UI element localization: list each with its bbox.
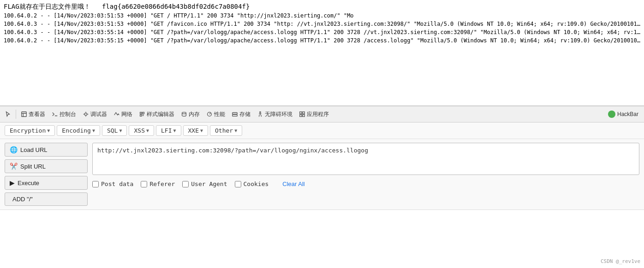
devtools-toolbar: 查看器 控制台 调试器 网络 样式编辑器 内存 性能 存储 无障碍环境 应用程序… (0, 106, 644, 122)
cookies-checkbox[interactable] (235, 181, 241, 187)
svg-point-6 (260, 111, 261, 113)
execute-icon: ▶ (10, 179, 15, 186)
lfi-arrow: ▼ (173, 128, 176, 133)
load-url-label: Load URL (20, 146, 48, 153)
menu-xss[interactable]: XSS ▼ (129, 125, 154, 136)
xss-label: XSS (134, 127, 144, 134)
xxe-arrow: ▼ (200, 128, 203, 133)
debugger-label: 调试器 (90, 111, 107, 118)
user-agent-label: User Agent (191, 181, 227, 187)
devtools-apps-btn[interactable]: 应用程序 (296, 109, 332, 120)
devtools-debugger-btn[interactable]: 调试器 (80, 109, 110, 120)
csdn-watermark: CSDN @_rev1ve (601, 258, 640, 264)
performance-label: 性能 (214, 111, 225, 118)
encoding-arrow: ▼ (92, 128, 95, 133)
load-url-button[interactable]: 🌐 Load URL (5, 143, 88, 157)
referer-option[interactable]: Referer (141, 181, 175, 187)
referer-checkbox[interactable] (141, 181, 147, 187)
memory-label: 内存 (189, 111, 200, 118)
cookies-option[interactable]: Cookies (235, 181, 269, 187)
watermark-text: CSDN @_rev1ve (601, 258, 640, 264)
cookies-label: Cookies (244, 181, 269, 187)
flag-value: flag{a6620e0866d64b43b8df02d6c7a0804f} (102, 3, 250, 10)
split-url-label: Split URL (20, 163, 46, 170)
other-arrow: ▼ (234, 128, 237, 133)
other-label: Other (215, 127, 233, 134)
log-entries: 100.64.0.2 - - [14/Nov/2023:03:51:53 +00… (4, 12, 640, 45)
hackbar-menu: Encryption ▼ Encoding ▼ SQL ▼ XSS ▼ LFI … (0, 122, 644, 139)
menu-encoding[interactable]: Encoding ▼ (57, 125, 100, 136)
url-input[interactable] (92, 143, 639, 175)
add-slash-button[interactable]: ADD "/" (5, 192, 88, 206)
log-entry: 100.64.0.3 - - [14/Nov/2023:03:51:53 +00… (4, 20, 640, 28)
devtools-accessibility-btn[interactable]: 无障碍环境 (254, 109, 295, 120)
sql-arrow: ▼ (119, 128, 122, 133)
user-agent-option[interactable]: User Agent (182, 181, 227, 187)
post-data-label: Post data (101, 181, 133, 187)
console-label: 控制台 (60, 111, 76, 118)
svg-rect-0 (22, 112, 27, 117)
hackbar-action-buttons: 🌐 Load URL ✂️ Split URL ▶ Execute ADD "/… (5, 143, 88, 206)
svg-rect-9 (300, 115, 302, 117)
hackbar-icon (608, 111, 615, 118)
svg-rect-8 (303, 112, 304, 114)
add-slash-label: ADD "/" (12, 196, 33, 203)
toolbar-separator-1 (16, 110, 16, 119)
menu-sql[interactable]: SQL ▼ (102, 125, 127, 136)
referer-label: Referer (149, 181, 175, 187)
encryption-label: Encryption (10, 127, 46, 134)
log-entry: 100.64.0.2 - - [14/Nov/2023:03:55:15 +00… (4, 36, 640, 45)
inspector-label: 查看器 (29, 111, 45, 118)
log-flag-line: FLAG就存在于日志文件里哦！ flag{a6620e0866d64b43b8d… (4, 2, 640, 12)
accessibility-label: 无障碍环境 (265, 111, 292, 118)
apps-label: 应用程序 (307, 111, 329, 118)
post-data-checkbox[interactable] (92, 181, 99, 187)
menu-lfi[interactable]: LFI ▼ (156, 125, 181, 136)
storage-label: 存储 (239, 111, 250, 118)
execute-label: Execute (18, 180, 39, 186)
devtools-style-editor-btn[interactable]: 样式编辑器 (136, 109, 177, 120)
hackbar-tab-btn[interactable]: HackBar (604, 109, 642, 119)
xxe-label: XXE (188, 127, 199, 134)
menu-xxe[interactable]: XXE ▼ (183, 125, 209, 136)
svg-point-1 (84, 113, 87, 115)
url-options: Post data Referer User Agent Cookies Cle… (92, 178, 639, 190)
encryption-arrow: ▼ (47, 128, 50, 133)
flag-text: FLAG就存在于日志文件里哦！ (4, 3, 90, 10)
hackbar-url-area: Post data Referer User Agent Cookies Cle… (92, 143, 639, 190)
user-agent-checkbox[interactable] (182, 181, 189, 187)
style-editor-label: 样式编辑器 (147, 111, 174, 118)
hackbar-label: HackBar (617, 111, 638, 117)
devtools-memory-btn[interactable]: 内存 (178, 109, 203, 120)
devtools-cursor-btn[interactable] (2, 110, 14, 119)
post-data-option[interactable]: Post data (92, 181, 133, 187)
hackbar-panel: Encryption ▼ Encoding ▼ SQL ▼ XSS ▼ LFI … (0, 122, 644, 210)
split-url-button[interactable]: ✂️ Split URL (5, 159, 88, 173)
encoding-label: Encoding (62, 127, 91, 134)
svg-rect-4 (233, 113, 238, 115)
svg-point-2 (182, 112, 186, 114)
svg-rect-5 (233, 115, 238, 117)
sql-label: SQL (107, 127, 118, 134)
split-url-icon: ✂️ (10, 163, 18, 170)
devtools-performance-btn[interactable]: 性能 (203, 109, 228, 120)
log-entry: 100.64.0.3 - - [14/Nov/2023:03:55:14 +00… (4, 28, 640, 36)
execute-button[interactable]: ▶ Execute (5, 176, 88, 190)
xss-arrow: ▼ (146, 128, 149, 133)
devtools-network-btn[interactable]: 网络 (111, 109, 135, 120)
menu-other[interactable]: Other ▼ (210, 125, 242, 136)
network-label: 网络 (121, 111, 132, 118)
hackbar-content: 🌐 Load URL ✂️ Split URL ▶ Execute ADD "/… (0, 139, 644, 210)
clear-all-button[interactable]: Clear All (280, 180, 306, 188)
svg-rect-10 (303, 115, 304, 117)
log-entry: 100.64.0.2 - - [14/Nov/2023:03:51:53 +00… (4, 12, 640, 20)
log-area: FLAG就存在于日志文件里哦！ flag{a6620e0866d64b43b8d… (0, 0, 644, 106)
devtools-storage-btn[interactable]: 存储 (229, 109, 253, 120)
menu-encryption[interactable]: Encryption ▼ (5, 125, 55, 136)
devtools-console-btn[interactable]: 控制台 (49, 109, 79, 120)
lfi-label: LFI (161, 127, 172, 134)
devtools-inspector-btn[interactable]: 查看器 (18, 109, 48, 120)
svg-rect-7 (300, 112, 302, 114)
load-url-icon: 🌐 (10, 146, 18, 153)
